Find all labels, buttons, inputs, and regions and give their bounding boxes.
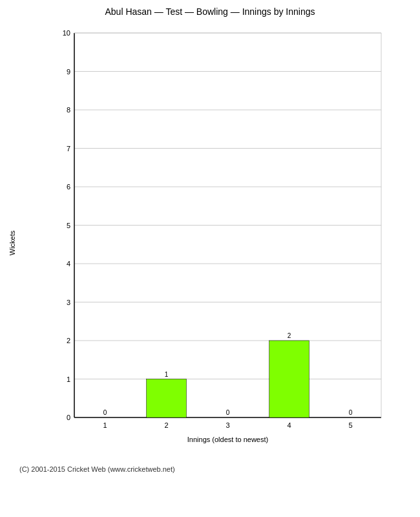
svg-text:4: 4 [67, 260, 70, 268]
svg-rect-26 [147, 379, 187, 418]
svg-text:0: 0 [349, 409, 353, 416]
svg-text:5: 5 [67, 222, 70, 229]
chart-area: Wickets 0123456789100112032405Innings (o… [19, 23, 401, 463]
svg-text:7: 7 [67, 145, 70, 153]
svg-text:8: 8 [67, 106, 70, 114]
chart-svg: 0123456789100112032405Innings (oldest to… [45, 23, 394, 450]
y-axis-label: Wickets [8, 231, 16, 256]
svg-text:2: 2 [164, 421, 168, 429]
svg-text:9: 9 [67, 68, 70, 76]
svg-text:5: 5 [348, 421, 352, 429]
svg-text:3: 3 [67, 299, 70, 306]
svg-text:0: 0 [67, 414, 70, 421]
svg-text:2: 2 [67, 337, 70, 344]
svg-text:0: 0 [103, 409, 107, 416]
svg-text:2: 2 [288, 332, 291, 339]
svg-text:1: 1 [67, 375, 70, 383]
chart-title: Abul Hasan — Test — Bowling — Innings by… [105, 6, 315, 17]
svg-text:6: 6 [67, 183, 70, 191]
svg-text:4: 4 [287, 421, 291, 429]
svg-rect-31 [269, 341, 310, 417]
svg-text:3: 3 [226, 421, 229, 429]
svg-text:1: 1 [165, 371, 169, 378]
svg-text:1: 1 [103, 421, 107, 429]
chart-container: Abul Hasan — Test — Bowling — Innings by… [0, 0, 420, 517]
footer-text: (C) 2001-2015 Cricket Web (www.cricketwe… [19, 465, 401, 473]
svg-text:0: 0 [226, 409, 230, 416]
svg-text:Innings (oldest to newest): Innings (oldest to newest) [187, 436, 268, 443]
svg-text:10: 10 [63, 29, 70, 37]
